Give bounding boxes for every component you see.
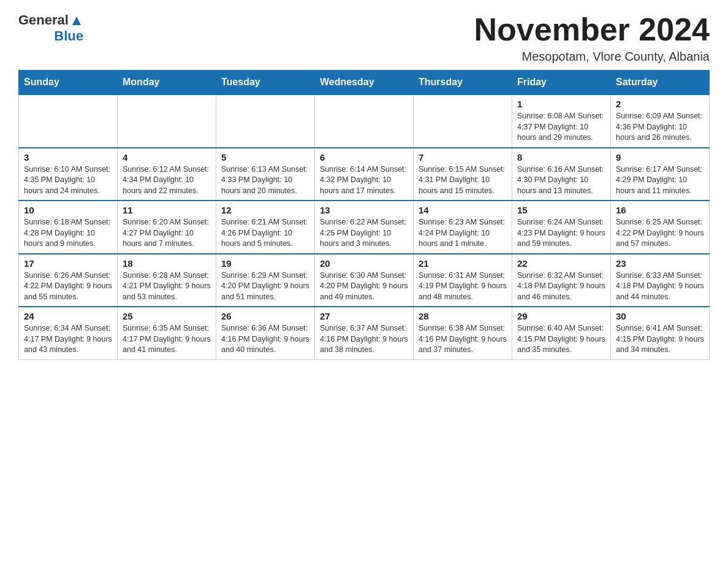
day-number: 9 [616,152,704,163]
calendar-cell: 6Sunrise: 6:14 AM Sunset: 4:32 PM Daylig… [315,148,414,201]
day-info: Sunrise: 6:13 AM Sunset: 4:33 PM Dayligh… [221,164,309,197]
calendar-cell [414,94,512,148]
week-row-1: 1Sunrise: 6:08 AM Sunset: 4:37 PM Daylig… [19,94,710,148]
day-number: 13 [320,205,408,215]
calendar-cell: 17Sunrise: 6:26 AM Sunset: 4:22 PM Dayli… [19,254,118,307]
day-info: Sunrise: 6:08 AM Sunset: 4:37 PM Dayligh… [517,111,605,144]
day-info: Sunrise: 6:12 AM Sunset: 4:34 PM Dayligh… [123,164,211,197]
day-info: Sunrise: 6:21 AM Sunset: 4:26 PM Dayligh… [221,217,309,250]
calendar-cell: 14Sunrise: 6:23 AM Sunset: 4:24 PM Dayli… [414,201,512,254]
day-number: 2 [616,99,704,109]
day-info: Sunrise: 6:34 AM Sunset: 4:17 PM Dayligh… [24,323,112,356]
day-info: Sunrise: 6:32 AM Sunset: 4:18 PM Dayligh… [517,270,605,303]
calendar-cell [19,94,118,148]
day-info: Sunrise: 6:25 AM Sunset: 4:22 PM Dayligh… [616,217,704,250]
calendar-cell: 13Sunrise: 6:22 AM Sunset: 4:25 PM Dayli… [315,201,414,254]
day-number: 15 [517,205,605,215]
day-number: 12 [221,205,309,215]
day-info: Sunrise: 6:17 AM Sunset: 4:29 PM Dayligh… [616,164,704,197]
calendar-cell: 15Sunrise: 6:24 AM Sunset: 4:23 PM Dayli… [512,201,611,254]
day-info: Sunrise: 6:16 AM Sunset: 4:30 PM Dayligh… [517,164,605,197]
week-row-3: 10Sunrise: 6:18 AM Sunset: 4:28 PM Dayli… [19,201,710,254]
calendar-cell: 20Sunrise: 6:30 AM Sunset: 4:20 PM Dayli… [315,254,414,307]
day-number: 4 [123,152,211,163]
week-row-5: 24Sunrise: 6:34 AM Sunset: 4:17 PM Dayli… [19,307,710,359]
calendar-cell [315,94,414,148]
calendar-header-wednesday: Wednesday [315,71,414,95]
day-info: Sunrise: 6:15 AM Sunset: 4:31 PM Dayligh… [419,164,507,197]
day-number: 14 [419,205,507,215]
day-number: 6 [320,152,408,163]
day-number: 1 [517,99,605,109]
calendar-header-thursday: Thursday [414,71,512,95]
day-number: 24 [24,311,112,321]
day-info: Sunrise: 6:28 AM Sunset: 4:21 PM Dayligh… [123,270,211,303]
day-info: Sunrise: 6:37 AM Sunset: 4:16 PM Dayligh… [320,323,408,356]
calendar-cell: 5Sunrise: 6:13 AM Sunset: 4:33 PM Daylig… [216,148,315,201]
day-info: Sunrise: 6:10 AM Sunset: 4:35 PM Dayligh… [24,164,112,197]
day-info: Sunrise: 6:26 AM Sunset: 4:22 PM Dayligh… [24,270,112,303]
subtitle: Mesopotam, Vlore County, Albania [474,50,710,64]
calendar-cell: 27Sunrise: 6:37 AM Sunset: 4:16 PM Dayli… [315,307,414,359]
day-info: Sunrise: 6:18 AM Sunset: 4:28 PM Dayligh… [24,217,112,250]
page-title: November 2024 [474,12,710,47]
calendar-cell: 11Sunrise: 6:20 AM Sunset: 4:27 PM Dayli… [118,201,216,254]
day-info: Sunrise: 6:09 AM Sunset: 4:36 PM Dayligh… [616,111,704,144]
svg-marker-0 [72,17,81,25]
day-info: Sunrise: 6:36 AM Sunset: 4:16 PM Dayligh… [221,323,309,356]
calendar: SundayMondayTuesdayWednesdayThursdayFrid… [18,70,710,360]
calendar-header-row: SundayMondayTuesdayWednesdayThursdayFrid… [19,71,710,95]
day-number: 7 [419,152,507,163]
calendar-cell: 19Sunrise: 6:29 AM Sunset: 4:20 PM Dayli… [216,254,315,307]
day-number: 3 [24,152,112,163]
day-number: 29 [517,311,605,321]
calendar-cell: 9Sunrise: 6:17 AM Sunset: 4:29 PM Daylig… [611,148,710,201]
calendar-cell: 2Sunrise: 6:09 AM Sunset: 4:36 PM Daylig… [611,94,710,148]
day-info: Sunrise: 6:33 AM Sunset: 4:18 PM Dayligh… [616,270,704,303]
calendar-cell: 12Sunrise: 6:21 AM Sunset: 4:26 PM Dayli… [216,201,315,254]
calendar-cell: 25Sunrise: 6:35 AM Sunset: 4:17 PM Dayli… [118,307,216,359]
calendar-cell [216,94,315,148]
day-info: Sunrise: 6:41 AM Sunset: 4:15 PM Dayligh… [616,323,704,356]
day-number: 23 [616,258,704,269]
day-number: 20 [320,258,408,269]
logo-blue-text: Blue [54,28,83,44]
calendar-header-sunday: Sunday [19,71,118,95]
calendar-cell: 3Sunrise: 6:10 AM Sunset: 4:35 PM Daylig… [19,148,118,201]
day-info: Sunrise: 6:14 AM Sunset: 4:32 PM Dayligh… [320,164,408,197]
day-number: 18 [123,258,211,269]
calendar-cell: 26Sunrise: 6:36 AM Sunset: 4:16 PM Dayli… [216,307,315,359]
calendar-cell: 16Sunrise: 6:25 AM Sunset: 4:22 PM Dayli… [611,201,710,254]
title-area: November 2024 Mesopotam, Vlore County, A… [474,12,710,64]
calendar-cell [118,94,216,148]
calendar-cell: 10Sunrise: 6:18 AM Sunset: 4:28 PM Dayli… [19,201,118,254]
day-number: 8 [517,152,605,163]
day-info: Sunrise: 6:38 AM Sunset: 4:16 PM Dayligh… [419,323,507,356]
day-number: 16 [616,205,704,215]
day-number: 17 [24,258,112,269]
calendar-cell: 23Sunrise: 6:33 AM Sunset: 4:18 PM Dayli… [611,254,710,307]
day-info: Sunrise: 6:20 AM Sunset: 4:27 PM Dayligh… [123,217,211,250]
calendar-header-saturday: Saturday [611,71,710,95]
day-info: Sunrise: 6:40 AM Sunset: 4:15 PM Dayligh… [517,323,605,356]
logo-general-text: General [18,12,69,28]
calendar-cell: 30Sunrise: 6:41 AM Sunset: 4:15 PM Dayli… [611,307,710,359]
calendar-cell: 28Sunrise: 6:38 AM Sunset: 4:16 PM Dayli… [414,307,512,359]
day-number: 10 [24,205,112,215]
day-number: 27 [320,311,408,321]
day-number: 11 [123,205,211,215]
week-row-2: 3Sunrise: 6:10 AM Sunset: 4:35 PM Daylig… [19,148,710,201]
calendar-cell: 29Sunrise: 6:40 AM Sunset: 4:15 PM Dayli… [512,307,611,359]
logo: General Blue [18,12,83,44]
day-info: Sunrise: 6:35 AM Sunset: 4:17 PM Dayligh… [123,323,211,356]
logo-triangle-icon [70,14,83,28]
calendar-cell: 8Sunrise: 6:16 AM Sunset: 4:30 PM Daylig… [512,148,611,201]
calendar-cell: 7Sunrise: 6:15 AM Sunset: 4:31 PM Daylig… [414,148,512,201]
week-row-4: 17Sunrise: 6:26 AM Sunset: 4:22 PM Dayli… [19,254,710,307]
day-number: 5 [221,152,309,163]
header: General Blue November 2024 Mesopotam, Vl… [18,12,710,64]
day-number: 25 [123,311,211,321]
day-number: 19 [221,258,309,269]
calendar-cell: 21Sunrise: 6:31 AM Sunset: 4:19 PM Dayli… [414,254,512,307]
day-info: Sunrise: 6:29 AM Sunset: 4:20 PM Dayligh… [221,270,309,303]
